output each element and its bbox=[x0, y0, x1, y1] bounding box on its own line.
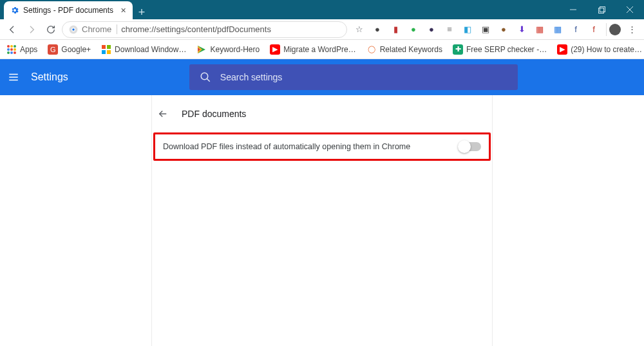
chrome-menu-button[interactable]: ⋮ bbox=[623, 21, 640, 38]
bookmark-item[interactable]: ▶Migrate a WordPre… bbox=[267, 44, 358, 55]
frame-icon[interactable]: ▣ bbox=[480, 24, 491, 35]
section-title: PDF documents bbox=[182, 109, 246, 119]
bookmark-label: Free SERP checker -… bbox=[466, 45, 547, 54]
svg-point-13 bbox=[14, 48, 16, 51]
svg-line-28 bbox=[207, 78, 210, 82]
toggle-knob bbox=[458, 140, 471, 153]
star-icon[interactable]: ☆ bbox=[354, 24, 365, 35]
svg-rect-19 bbox=[102, 50, 106, 54]
bookmark-label: Related Keywords bbox=[380, 45, 442, 54]
camera-icon[interactable]: ● bbox=[372, 24, 383, 35]
maximize-button[interactable] bbox=[587, 0, 616, 19]
forward-button[interactable] bbox=[23, 21, 40, 38]
settings-search-input[interactable] bbox=[220, 72, 507, 82]
settings-title: Settings bbox=[31, 71, 68, 83]
key-icon[interactable]: ● bbox=[426, 24, 437, 35]
bookmark-icon: ◯ bbox=[366, 44, 377, 55]
url-text: chrome://settings/content/pdfDocuments bbox=[121, 24, 271, 34]
grid-icon[interactable]: ▦ bbox=[552, 24, 564, 35]
equalizer-icon[interactable]: ≡ bbox=[444, 24, 455, 35]
bookmark-icon: G bbox=[48, 44, 58, 55]
bookmark-label: (29) How to create… bbox=[571, 45, 642, 54]
svg-rect-1 bbox=[600, 6, 605, 12]
browser-tab[interactable]: Settings - PDF documents ✕ bbox=[4, 1, 133, 19]
svg-point-16 bbox=[14, 51, 16, 54]
new-tab-button[interactable]: + bbox=[133, 6, 151, 19]
bookmarks-bar: Apps GGoogle+Download Window…Keyword-Her… bbox=[0, 40, 644, 59]
bookmark-label: Apps bbox=[20, 45, 37, 54]
svg-rect-18 bbox=[107, 45, 111, 49]
bookmark-item[interactable]: ◯Related Keywords bbox=[364, 44, 445, 55]
settings-panel: PDF documents Download PDF files instead… bbox=[151, 95, 493, 346]
svg-point-11 bbox=[7, 48, 10, 51]
window-controls bbox=[559, 0, 644, 19]
svg-point-14 bbox=[7, 51, 10, 54]
cal-icon[interactable]: ▦ bbox=[534, 24, 545, 35]
column-icon[interactable]: ▮ bbox=[390, 24, 401, 35]
svg-point-12 bbox=[10, 48, 13, 51]
pdf-download-toggle[interactable] bbox=[459, 142, 481, 151]
bookmark-item[interactable]: GGoogle+ bbox=[45, 44, 93, 55]
svg-rect-20 bbox=[107, 50, 111, 54]
bookmark-item[interactable]: ▶(29) How to create… bbox=[554, 44, 644, 55]
bookmark-icon bbox=[196, 44, 207, 55]
bookmark-item[interactable]: Keyword-Hero bbox=[194, 44, 262, 55]
close-tab-icon[interactable]: ✕ bbox=[120, 6, 126, 15]
bookmark-icon: ▶ bbox=[557, 44, 567, 55]
cookie-icon[interactable]: ● bbox=[498, 24, 509, 35]
bookmark-item[interactable]: Download Window… bbox=[99, 44, 189, 55]
apps-shortcut[interactable]: Apps bbox=[4, 44, 40, 55]
bookmark-label: Download Window… bbox=[115, 45, 186, 54]
f-icon[interactable]: f bbox=[570, 24, 582, 35]
svg-point-9 bbox=[10, 45, 13, 48]
bookmark-label: Migrate a WordPre… bbox=[283, 45, 355, 54]
toggle-label: Download PDF files instead of automatica… bbox=[163, 142, 410, 151]
extension-icons: ☆●▮●●≡◧▣●⬇▦▦ff bbox=[350, 24, 603, 35]
svg-rect-2 bbox=[598, 8, 603, 13]
address-bar: Chrome chrome://settings/content/pdfDocu… bbox=[0, 19, 644, 40]
search-icon bbox=[200, 71, 211, 83]
svg-point-8 bbox=[7, 45, 10, 48]
svg-point-27 bbox=[201, 73, 208, 80]
bookmark-label: Keyword-Hero bbox=[210, 45, 260, 54]
tab-title: Settings - PDF documents bbox=[23, 6, 113, 15]
profile-avatar[interactable] bbox=[609, 24, 621, 35]
pdf-download-option: Download PDF files instead of automatica… bbox=[153, 132, 491, 161]
settings-content: PDF documents Download PDF files instead… bbox=[0, 95, 644, 346]
close-window-button[interactable] bbox=[616, 0, 644, 19]
back-button[interactable] bbox=[4, 21, 21, 38]
bookmark-icon bbox=[101, 44, 111, 55]
back-arrow-icon[interactable] bbox=[157, 108, 169, 120]
settings-search[interactable] bbox=[189, 64, 518, 90]
svg-rect-17 bbox=[102, 45, 106, 49]
capture-icon[interactable]: ◧ bbox=[462, 24, 473, 35]
bookmark-label: Google+ bbox=[61, 45, 91, 54]
divider bbox=[606, 23, 607, 36]
reload-button[interactable] bbox=[43, 21, 59, 38]
svg-point-15 bbox=[10, 51, 13, 54]
bookmark-icon: ▶ bbox=[270, 44, 280, 55]
bookmark-item[interactable]: ✚Free SERP checker -… bbox=[450, 44, 549, 55]
menu-icon[interactable] bbox=[8, 71, 19, 83]
badge-icon[interactable]: ● bbox=[408, 24, 419, 35]
chrome-logo-icon bbox=[69, 25, 78, 34]
window-titlebar: Settings - PDF documents ✕ + bbox=[0, 0, 644, 19]
apps-icon bbox=[6, 44, 17, 55]
gear-icon bbox=[10, 6, 19, 15]
omnibox[interactable]: Chrome chrome://settings/content/pdfDocu… bbox=[62, 21, 347, 38]
minimize-button[interactable] bbox=[559, 0, 587, 19]
security-label: Chrome bbox=[82, 24, 117, 34]
f2-icon[interactable]: f bbox=[588, 24, 600, 35]
svg-point-10 bbox=[14, 45, 16, 48]
svg-point-7 bbox=[72, 28, 75, 31]
download-icon[interactable]: ⬇ bbox=[516, 24, 527, 35]
settings-header: Settings bbox=[0, 59, 644, 95]
bookmark-icon: ✚ bbox=[453, 44, 463, 55]
